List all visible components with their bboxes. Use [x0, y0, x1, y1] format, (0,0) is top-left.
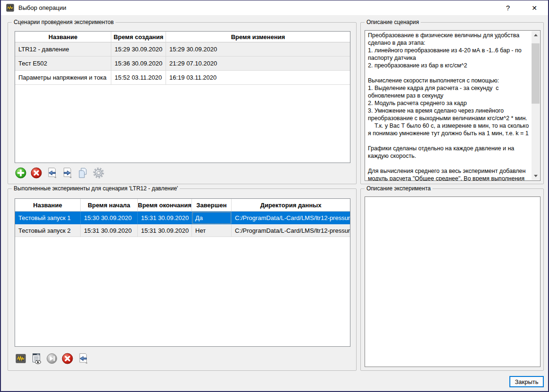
- export-experiment-button[interactable]: [76, 352, 89, 365]
- add-scenario-button[interactable]: [14, 166, 27, 179]
- app-icon: [6, 4, 14, 12]
- experiments-group-title: Выполненные эксперименты для сценария 'L…: [12, 185, 180, 192]
- experiments-table-header: Название Время начала Время окончания За…: [15, 199, 350, 212]
- experiment-dir-cell[interactable]: C:/ProgramData/L-Card/LMS/ltr12-pressure…: [232, 224, 350, 237]
- scroll-up-icon[interactable]: [532, 31, 540, 39]
- experiment-finished-cell[interactable]: Да: [192, 212, 232, 224]
- scenario-name-cell[interactable]: Параметры напряжения и тока: [15, 71, 111, 85]
- window-title: Выбор операции: [18, 4, 66, 11]
- column-header[interactable]: Завершен: [192, 199, 232, 212]
- delete-icon: [61, 352, 74, 365]
- view-signals-button[interactable]: [14, 352, 27, 365]
- experiment-finished-cell[interactable]: Нет: [192, 224, 232, 237]
- close-button[interactable]: Закрыть: [509, 376, 544, 387]
- table-row-selected[interactable]: Тестовый запуск 1 15:30 30.09.2020 15:31…: [15, 212, 350, 224]
- copy-icon: [77, 167, 89, 179]
- scenario-description-pane[interactable]: Преобразование в физические величины для…: [365, 30, 541, 181]
- scenarios-table[interactable]: Название Время создания Время изменения …: [15, 31, 350, 163]
- scroll-down-icon[interactable]: [532, 172, 540, 180]
- help-button[interactable]: ?: [498, 0, 518, 15]
- scrollbar[interactable]: [532, 31, 540, 180]
- delete-icon: [30, 167, 42, 179]
- table-row[interactable]: LTR12 - давление 15:29 30.09.2020 15:29 …: [15, 42, 350, 57]
- view-report-button[interactable]: [30, 352, 42, 365]
- experiment-description-groupbox: Описание эксперимента: [360, 188, 544, 371]
- scenarios-groupbox: Сценарии проведения экспериментов Назван…: [8, 22, 357, 184]
- export-file-icon: [61, 167, 74, 179]
- scenarios-table-header: Название Время создания Время изменения: [15, 32, 350, 42]
- run-experiment-button[interactable]: [45, 352, 58, 365]
- column-header[interactable]: Время начала: [81, 199, 138, 212]
- add-icon: [15, 167, 27, 179]
- settings-gear-icon: [92, 167, 105, 179]
- scenario-description-group-title: Описание сценария: [365, 19, 421, 25]
- import-scenario-button[interactable]: [45, 166, 58, 179]
- experiment-start-cell[interactable]: 15:30 30.09.2020: [81, 212, 138, 224]
- copy-scenario-button[interactable]: [76, 166, 89, 179]
- column-header[interactable]: Время окончания: [138, 199, 192, 212]
- export-file-icon: [77, 352, 89, 365]
- scenarios-group-title: Сценарии проведения экспериментов: [12, 19, 116, 25]
- experiment-end-cell[interactable]: 15:31 30.09.2020: [138, 212, 192, 224]
- scenario-description-text[interactable]: Преобразование в физические величины для…: [365, 31, 532, 180]
- delete-experiment-button[interactable]: [61, 352, 74, 365]
- scenario-created-cell[interactable]: 15:36 30.09.2020: [111, 57, 166, 71]
- experiments-groupbox: Выполненные эксперименты для сценария 'L…: [8, 188, 357, 371]
- column-header[interactable]: Название: [15, 199, 81, 212]
- scenario-created-cell[interactable]: 15:52 03.11.2020: [111, 71, 166, 85]
- window-close-button[interactable]: ✕: [524, 0, 544, 15]
- import-file-icon: [46, 167, 58, 179]
- report-preview-icon: [30, 352, 42, 365]
- delete-scenario-button[interactable]: [30, 166, 42, 179]
- scenarios-toolbar: [14, 166, 105, 179]
- scenario-name-cell[interactable]: Тест E502: [15, 57, 111, 71]
- experiment-name-cell[interactable]: Тестовый запуск 2: [15, 224, 81, 237]
- experiments-toolbar: [14, 352, 89, 365]
- experiment-dir-cell[interactable]: C:/ProgramData/L-Card/LMS/ltr12-pressure…: [232, 212, 350, 224]
- experiment-start-cell[interactable]: 15:31 30.09.2020: [81, 224, 138, 237]
- experiment-name-cell[interactable]: Тестовый запуск 1: [15, 212, 81, 224]
- scrollbar-thumb[interactable]: [532, 43, 540, 104]
- table-row[interactable]: Тест E502 15:36 30.09.2020 21:29 07.10.2…: [15, 57, 350, 71]
- scenario-modified-cell[interactable]: 21:29 07.10.2020: [166, 57, 350, 71]
- column-header[interactable]: Директория данных: [232, 199, 350, 212]
- scenario-settings-button[interactable]: [92, 166, 105, 179]
- run-icon: [46, 352, 58, 365]
- table-row[interactable]: Параметры напряжения и тока 15:52 03.11.…: [15, 71, 350, 85]
- scenario-description-groupbox: Описание сценария Преобразование в физич…: [360, 22, 544, 184]
- experiment-description-text[interactable]: [365, 197, 532, 367]
- scenario-name-cell[interactable]: LTR12 - давление: [15, 42, 111, 57]
- column-header[interactable]: Время изменения: [166, 32, 350, 42]
- table-row[interactable]: Тестовый запуск 2 15:31 30.09.2020 15:31…: [15, 224, 350, 237]
- signal-view-icon: [15, 352, 27, 365]
- dialog-window: Выбор операции ? ✕ Сценарии проведения э…: [0, 0, 549, 392]
- scenario-modified-cell[interactable]: 15:29 30.09.2020: [166, 42, 350, 57]
- experiment-description-group-title: Описание эксперимента: [365, 185, 433, 192]
- experiment-end-cell[interactable]: 15:31 30.09.2020: [138, 224, 192, 237]
- column-header[interactable]: Название: [15, 32, 111, 42]
- title-bar: Выбор операции ? ✕: [1, 0, 548, 15]
- scenario-created-cell[interactable]: 15:29 30.09.2020: [111, 42, 166, 57]
- experiments-table[interactable]: Название Время начала Время окончания За…: [15, 198, 350, 347]
- scenario-modified-cell[interactable]: 16:19 03.11.2020: [166, 71, 350, 85]
- column-header[interactable]: Время создания: [111, 32, 166, 42]
- experiment-description-pane[interactable]: [365, 196, 541, 367]
- export-scenario-button[interactable]: [61, 166, 74, 179]
